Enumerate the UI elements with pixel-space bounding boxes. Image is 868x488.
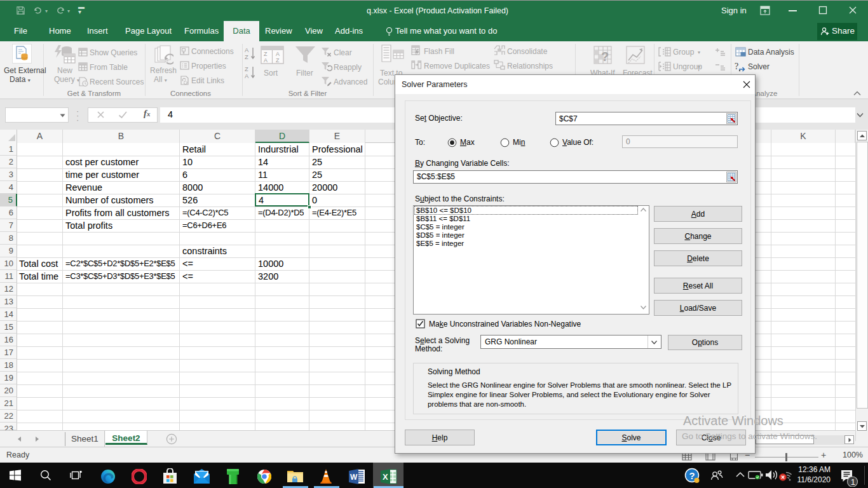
svg-text:?: ?: [735, 62, 738, 71]
svg-text:Z: Z: [245, 53, 248, 60]
svg-text:?: ?: [689, 470, 695, 481]
svg-text:?: ?: [601, 50, 609, 64]
svg-text:Z: Z: [245, 65, 248, 72]
svg-text:Z: Z: [276, 57, 280, 64]
svg-text:A: A: [276, 51, 280, 57]
svg-text:W: W: [350, 473, 358, 482]
svg-text:A: A: [245, 72, 249, 79]
svg-text:Z: Z: [264, 51, 268, 57]
svg-text:A: A: [245, 46, 249, 53]
svg-text:X: X: [383, 472, 388, 482]
svg-text:A: A: [264, 57, 268, 64]
svg-text:1: 1: [851, 477, 855, 487]
